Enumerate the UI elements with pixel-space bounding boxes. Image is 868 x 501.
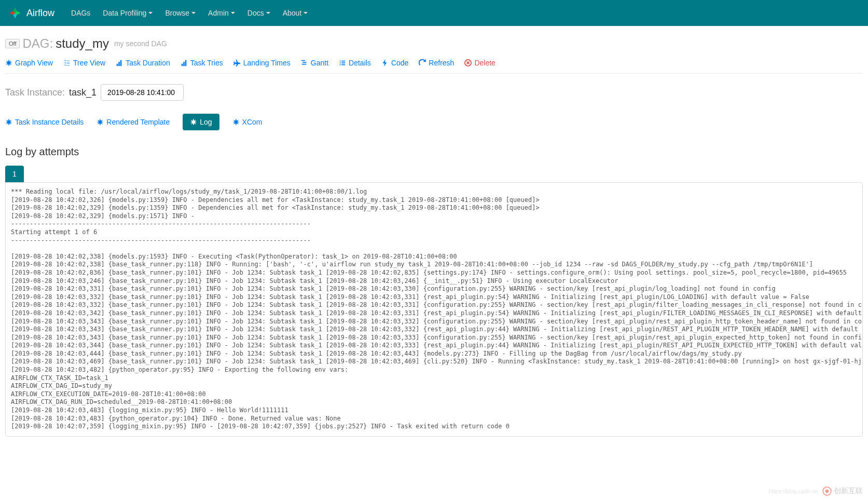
- nav-browse[interactable]: Browse: [159, 1, 202, 25]
- bar-chart-icon: [181, 59, 188, 66]
- dag-description: my second DAG: [114, 39, 167, 48]
- nav-data-profiling[interactable]: Data Profiling: [97, 1, 159, 25]
- caret-icon: [304, 12, 308, 14]
- subtab-log[interactable]: Log: [183, 114, 219, 130]
- task-subtabs: Task Instance Details Rendered Template …: [5, 114, 863, 130]
- nav-docs[interactable]: Docs: [241, 1, 277, 25]
- log-section-title: Log by attempts: [5, 146, 863, 158]
- asterisk-icon: [97, 118, 104, 126]
- asterisk-icon: [232, 118, 240, 126]
- brand-text: Airflow: [26, 8, 54, 19]
- delete-icon: [464, 59, 472, 66]
- dag-label: DAG:: [22, 36, 53, 51]
- dag-header: Off DAG: study_my my second DAG: [5, 36, 863, 51]
- tree-icon: [63, 59, 71, 66]
- subtab-xcom[interactable]: XCom: [232, 115, 263, 129]
- attempt-tab-1[interactable]: 1: [5, 166, 24, 182]
- bar-chart-icon: [116, 59, 123, 66]
- tab-refresh[interactable]: Refresh: [419, 59, 454, 67]
- navbar-brand[interactable]: Airflow: [8, 6, 54, 20]
- tab-tree-view[interactable]: Tree View: [63, 59, 105, 67]
- asterisk-icon: [190, 118, 197, 126]
- refresh-icon: [419, 59, 426, 66]
- caret-icon: [148, 12, 153, 14]
- task-instance-id: task_1: [69, 87, 97, 98]
- caret-icon: [191, 12, 196, 14]
- subtab-task-details[interactable]: Task Instance Details: [5, 115, 84, 129]
- tab-gantt[interactable]: Gantt: [301, 59, 328, 67]
- plane-icon: [233, 59, 241, 66]
- tab-task-duration[interactable]: Task Duration: [116, 59, 170, 67]
- attempt-tabs: 1: [5, 166, 863, 182]
- tab-code[interactable]: Code: [381, 59, 408, 67]
- nav-menu: DAGs Data Profiling Browse Admin Docs Ab…: [65, 1, 314, 25]
- asterisk-icon: [5, 118, 12, 126]
- nav-admin[interactable]: Admin: [202, 1, 241, 25]
- asterisk-icon: [5, 59, 12, 66]
- caret-icon: [266, 12, 270, 14]
- task-instance-row: Task Instance: task_1: [5, 84, 863, 101]
- list-icon: [339, 59, 346, 66]
- navbar: Airflow DAGs Data Profiling Browse Admin…: [0, 0, 868, 26]
- bolt-icon: [381, 59, 389, 66]
- log-content[interactable]: *** Reading local file: /usr/local/airfl…: [5, 182, 863, 437]
- task-instance-label: Task Instance:: [5, 87, 65, 98]
- gantt-icon: [301, 59, 308, 66]
- tab-details[interactable]: Details: [339, 59, 371, 67]
- caret-icon: [231, 12, 235, 14]
- tab-delete[interactable]: Delete: [464, 59, 495, 67]
- dag-toggle-button[interactable]: Off: [5, 39, 20, 48]
- tab-task-tries[interactable]: Task Tries: [181, 59, 223, 67]
- subtab-rendered-template[interactable]: Rendered Template: [97, 115, 170, 129]
- tab-landing-times[interactable]: Landing Times: [233, 59, 291, 67]
- dag-name: study_my: [56, 36, 109, 51]
- airflow-logo-icon: [8, 6, 22, 20]
- tab-graph-view[interactable]: Graph View: [5, 59, 53, 67]
- nav-dags[interactable]: DAGs: [65, 1, 97, 25]
- dag-tabs: Graph View Tree View Task Duration Task …: [5, 59, 863, 74]
- execution-date-input[interactable]: [101, 84, 184, 101]
- nav-about[interactable]: About: [277, 1, 314, 25]
